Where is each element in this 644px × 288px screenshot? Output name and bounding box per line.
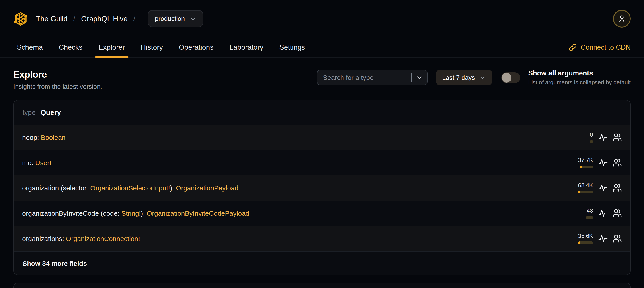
field-signature: organization (selector: OrganizationSele…	[22, 184, 238, 192]
usage-bar-fill	[580, 166, 582, 168]
breadcrumb-org[interactable]: The Guild	[36, 15, 68, 23]
field-text: me:	[22, 159, 35, 166]
type-card-header: type Query	[14, 100, 630, 125]
field-usage: 0	[574, 132, 622, 143]
toggle-knob	[502, 73, 512, 82]
type-search-combobox[interactable]	[317, 70, 428, 85]
filters: Last 7 days Show all arguments List of a…	[317, 69, 631, 86]
tab-explorer[interactable]: Explorer	[95, 37, 128, 57]
page-subtitle: Insights from the latest version.	[13, 83, 102, 90]
activity-icon[interactable]	[598, 133, 608, 142]
field-text: organization (selector:	[22, 184, 90, 192]
next-type-card-partial	[13, 283, 631, 288]
requests-count: 37.7K	[578, 157, 593, 163]
field-row: me: User!37.7K	[14, 150, 630, 175]
breadcrumb-separator: /	[134, 15, 136, 23]
field-signature: organizations: OrganizationConnection!	[22, 235, 140, 242]
user-icon	[618, 14, 626, 23]
field-usage: 37.7K	[574, 157, 622, 168]
requests-count: 68.4K	[578, 183, 593, 188]
main-content: Explore Insights from the latest version…	[0, 69, 644, 288]
search-input[interactable]	[323, 74, 407, 81]
requests-count: 43	[586, 208, 593, 214]
tab-operations[interactable]: Operations	[175, 37, 217, 57]
requests-count: 0	[590, 132, 593, 138]
connect-to-cdn-button[interactable]: Connect to CDN	[569, 37, 631, 57]
users-icon[interactable]	[612, 133, 622, 142]
field-usage: 68.4K	[574, 183, 622, 193]
hive-logo-icon	[13, 11, 28, 26]
usage-stat: 35.6K	[574, 233, 593, 244]
field-row: organization (selector: OrganizationSele…	[14, 175, 630, 201]
activity-icon[interactable]	[598, 183, 608, 193]
activity-icon[interactable]	[598, 234, 608, 243]
field-usage: 35.6K	[574, 233, 622, 244]
type-link[interactable]: Boolean	[41, 134, 66, 141]
connect-to-cdn-label: Connect to CDN	[580, 43, 631, 51]
type-link[interactable]: OrganizationSelectorInput!	[90, 184, 170, 192]
field-row: organizations: OrganizationConnection!35…	[14, 226, 630, 251]
field-text: organizationByInviteCode (code:	[22, 209, 121, 217]
activity-icon[interactable]	[598, 209, 608, 218]
combobox-divider	[411, 73, 412, 82]
link-icon	[569, 43, 577, 51]
tab-history[interactable]: History	[137, 37, 166, 57]
field-row: noop: Boolean0	[14, 125, 630, 150]
type-kind-label: type	[22, 109, 36, 117]
page-title-block: Explore Insights from the latest version…	[13, 69, 102, 90]
usage-stat: 37.7K	[574, 157, 593, 168]
users-icon[interactable]	[612, 158, 622, 167]
date-range-button[interactable]: Last 7 days	[436, 70, 492, 85]
tab-laboratory[interactable]: Laboratory	[226, 37, 267, 57]
field-text: ):	[141, 209, 147, 217]
field-text: noop:	[22, 134, 41, 141]
app: The Guild / GraphQL Hive / production Sc…	[0, 0, 644, 288]
show-more-fields-button[interactable]: Show 34 more fields	[14, 251, 630, 275]
date-range-value: Last 7 days	[442, 74, 475, 81]
target-selector-value: production	[155, 15, 185, 22]
usage-bar	[578, 242, 593, 244]
usage-stat: 0	[574, 132, 593, 143]
users-icon[interactable]	[612, 209, 622, 218]
nav-tabs: SchemaChecksExplorerHistoryOperationsLab…	[13, 37, 308, 57]
type-link[interactable]: User!	[35, 159, 52, 166]
tab-settings[interactable]: Settings	[276, 37, 308, 57]
show-all-arguments-toggle[interactable]	[501, 72, 520, 83]
toggle-label-block: Show all arguments List of arguments is …	[528, 69, 631, 86]
usage-bar	[590, 140, 593, 143]
field-text: ):	[170, 184, 176, 192]
usage-bar-fill	[578, 242, 580, 244]
field-usage: 43	[574, 208, 622, 219]
requests-count: 35.6K	[578, 233, 593, 239]
field-signature: organizationByInviteCode (code: String!)…	[22, 209, 249, 217]
activity-icon[interactable]	[598, 158, 608, 167]
type-link[interactable]: OrganizationPayload	[176, 184, 238, 192]
type-name[interactable]: Query	[40, 109, 61, 117]
nav-bar: SchemaChecksExplorerHistoryOperationsLab…	[0, 37, 644, 58]
toggle-hint: List of arguments is collapsed by defaul…	[528, 79, 631, 86]
breadcrumb-project[interactable]: GraphQL Hive	[81, 15, 128, 23]
tab-schema[interactable]: Schema	[13, 37, 46, 57]
field-rows: noop: Boolean0 me: User!37.7K organizati…	[14, 125, 630, 251]
chevron-down-icon[interactable]	[416, 74, 422, 81]
breadcrumb-separator: /	[73, 15, 75, 23]
tab-checks[interactable]: Checks	[55, 37, 86, 57]
field-signature: noop: Boolean	[22, 134, 66, 141]
type-link[interactable]: OrganizationByInviteCodePayload	[147, 209, 249, 217]
usage-bar-fill	[578, 191, 580, 193]
usage-bar	[586, 216, 593, 219]
users-icon[interactable]	[612, 234, 622, 243]
type-link[interactable]: OrganizationConnection!	[66, 235, 140, 242]
user-menu-button[interactable]	[613, 10, 631, 28]
breadcrumb: The Guild / GraphQL Hive / production	[13, 10, 203, 27]
usage-bar	[580, 166, 593, 168]
page-title: Explore	[13, 69, 102, 80]
target-selector[interactable]: production	[148, 10, 203, 27]
usage-stat: 43	[574, 208, 593, 219]
chevron-down-icon	[190, 15, 196, 22]
type-card-query: type Query noop: Boolean0 me: User!37.7K…	[13, 100, 631, 275]
type-link[interactable]: String!	[121, 209, 141, 217]
users-icon[interactable]	[612, 183, 622, 193]
usage-bar	[578, 191, 593, 193]
usage-stat: 68.4K	[574, 183, 593, 193]
